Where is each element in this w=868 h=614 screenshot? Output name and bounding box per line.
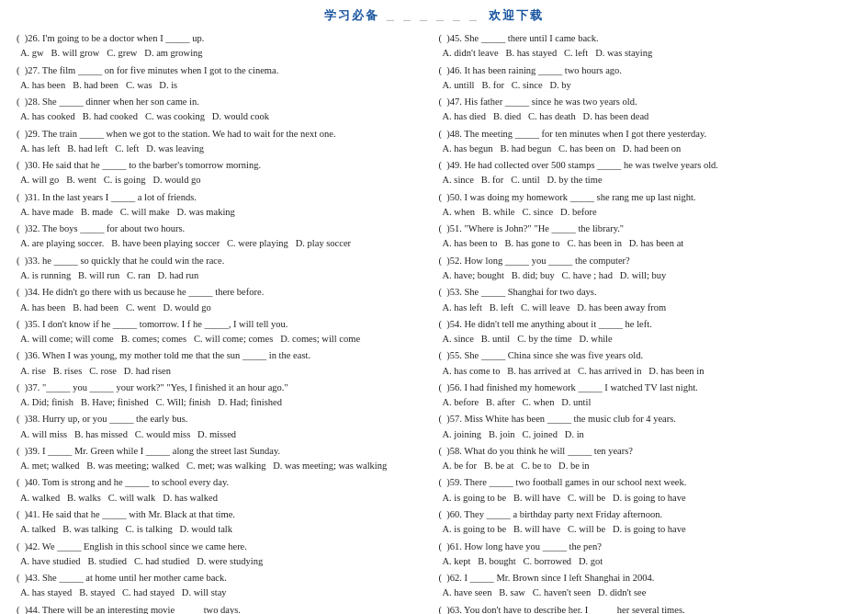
question-options-row1: A. will go B. went C. is going D. would … <box>17 173 430 188</box>
question-block: ( )54. He didn't tell me anything about … <box>439 317 852 347</box>
question-block: ( )29. The train _____ when we got to th… <box>17 127 430 157</box>
question-line: ( )26. I'm going to be a doctor when I _… <box>17 31 430 46</box>
question-line: ( )50. I was doing my homework _____ she… <box>439 190 852 205</box>
question-block: ( )42. We _____ English in this school s… <box>17 540 430 570</box>
question-line: ( )46. It has been raining _____ two hou… <box>439 63 852 78</box>
question-line: ( )62. I _____ Mr. Brown since I left Sh… <box>439 571 852 586</box>
question-block: ( )60. They _____ a birthday party next … <box>439 507 852 538</box>
question-line: ( )60. They _____ a birthday party next … <box>439 507 852 522</box>
question-line: ( )36. When I was young, my mother told … <box>17 348 430 363</box>
question-line: ( )43. She _____ at home until her mothe… <box>17 571 430 586</box>
question-line: ( )49. He had collected over 500 stamps … <box>439 158 852 173</box>
question-line: ( )34. He didn't go there with us becaus… <box>17 285 430 300</box>
question-block: ( )47. His father _____ since he was two… <box>439 95 852 125</box>
question-options-row1: A. is going to be B. will have C. will b… <box>439 491 852 506</box>
question-line: ( )57. Miss White has been _____ the mus… <box>439 412 852 426</box>
question-line: ( )59. There _____ two football games in… <box>439 475 852 490</box>
question-block: ( )34. He didn't go there with us becaus… <box>17 285 430 315</box>
question-line: ( )31. In the last years I _____ a lot o… <box>17 190 430 205</box>
question-block: ( )27. The film _____ on for five minute… <box>17 63 430 94</box>
question-options-row1: A. will miss B. has missed C. would miss… <box>17 427 430 442</box>
question-line: ( )28. She _____ dinner when her son cam… <box>17 95 430 109</box>
question-line: ( )41. He said that he _____ with Mr. Bl… <box>17 507 430 522</box>
question-options-row1: A. is going to be B. will have C. will b… <box>439 522 852 537</box>
question-block: ( )62. I _____ Mr. Brown since I left Sh… <box>439 571 852 601</box>
question-options-row1: A. has cooked B. had cooked C. was cooki… <box>17 109 430 124</box>
question-options-row1: A. has been B. had been C. was D. is <box>17 78 430 93</box>
question-line: ( )56. I had finished my homework _____ … <box>439 381 852 395</box>
main-content: ( )26. I'm going to be a doctor when I _… <box>17 31 851 614</box>
question-options-row1: A. gw B. will grow C. grew D. am growing <box>17 46 430 61</box>
question-options-row1: A. walked B. walks C. will walk D. has w… <box>17 491 430 506</box>
question-block: ( )36. When I was young, my mother told … <box>17 348 430 379</box>
question-line: ( )45. She _____ there until I came back… <box>439 31 852 46</box>
question-options-row1: A. didn't leave B. has stayed C. left D.… <box>439 46 852 61</box>
question-block: ( )55. She _____ China since she was fiv… <box>439 348 852 379</box>
question-line: ( )55. She _____ China since she was fiv… <box>439 348 852 363</box>
question-options-row1: A. will come; will come B. comes; comes … <box>17 332 430 347</box>
question-line: ( )61. How long have you _____ the pen? <box>439 540 852 554</box>
question-block: ( )35. I don't know if he _____ tomorrow… <box>17 317 430 347</box>
right-column: ( )45. She _____ there until I came back… <box>439 31 852 614</box>
question-options-row1: A. have; bought B. did; buy C. have ; ha… <box>439 268 852 283</box>
question-options-row1: A. Did; finish B. Have; finished C. Will… <box>17 395 430 410</box>
question-options-row1: A. since B. for C. until D. by the time <box>439 173 852 188</box>
question-block: ( )56. I had finished my homework _____ … <box>439 381 852 411</box>
question-line: ( )29. The train _____ when we got to th… <box>17 127 430 142</box>
question-block: ( )48. The meeting _____ for ten minutes… <box>439 127 852 157</box>
question-options-row1: A. met; walked B. was meeting; walked C.… <box>17 459 430 473</box>
question-options-row1: A. has left B. had left C. left D. was l… <box>17 142 430 156</box>
question-options-row1: A. before B. after C. when D. until <box>439 395 852 410</box>
question-options-row1: A. when B. while C. since D. before <box>439 205 852 220</box>
question-options-row1: A. has been B. had been C. went D. would… <box>17 301 430 315</box>
question-options-row1: A. has come to B. has arrived at C. has … <box>439 364 852 379</box>
question-block: ( )58. What do you think he will _____ t… <box>439 444 852 474</box>
left-column: ( )26. I'm going to be a doctor when I _… <box>17 31 430 614</box>
question-line: ( )44. There will be an interesting movi… <box>17 603 430 614</box>
question-line: ( )40. Tom is strong and he _____ to sch… <box>17 475 430 490</box>
question-options-row1: A. have made B. made C. will make D. was… <box>17 205 430 220</box>
question-options-row1: A. are playing soccer. B. have been play… <box>17 236 430 251</box>
question-block: ( )38. Hurry up, or you _____ the early … <box>17 412 430 442</box>
question-line: ( )54. He didn't tell me anything about … <box>439 317 852 332</box>
question-options-row1: A. has left B. left C. will leave D. has… <box>439 301 852 315</box>
question-block: ( )30. He said that he _____ to the barb… <box>17 158 430 188</box>
question-block: ( )37. "_____ you _____ your work?" "Yes… <box>17 381 430 411</box>
question-line: ( )42. We _____ English in this school s… <box>17 540 430 554</box>
question-options-row1: A. has begun B. had begun C. has been on… <box>439 142 852 156</box>
question-line: ( )53. She _____ Shanghai for two days. <box>439 285 852 300</box>
question-line: ( )48. The meeting _____ for ten minutes… <box>439 127 852 142</box>
question-block: ( )26. I'm going to be a doctor when I _… <box>17 31 430 62</box>
question-options-row1: A. rise B. rises C. rose D. had risen <box>17 364 430 379</box>
question-line: ( )27. The film _____ on for five minute… <box>17 63 430 78</box>
question-block: ( )49. He had collected over 500 stamps … <box>439 158 852 188</box>
question-options-row1: A. kept B. bought C. borrowed D. got <box>439 554 852 569</box>
question-block: ( )61. How long have you _____ the pen?A… <box>439 540 852 570</box>
question-options-row1: A. have studied B. studied C. had studie… <box>17 554 430 569</box>
question-line: ( )58. What do you think he will _____ t… <box>439 444 852 459</box>
question-block: ( )31. In the last years I _____ a lot o… <box>17 190 430 221</box>
question-block: ( )63. You don't have to describe her. I… <box>439 603 852 614</box>
question-options-row1: A. is running B. will run C. ran D. had … <box>17 268 430 283</box>
question-block: ( )44. There will be an interesting movi… <box>17 603 430 614</box>
question-line: ( )51. "Where is John?" "He _____ the li… <box>439 222 852 236</box>
question-block: ( )52. How long _____ you _____ the comp… <box>439 254 852 284</box>
question-line: ( )38. Hurry up, or you _____ the early … <box>17 412 430 426</box>
question-options-row1: A. have seen B. saw C. haven't seen D. d… <box>439 586 852 600</box>
question-options-row1: A. since B. until C. by the time D. whil… <box>439 332 852 347</box>
question-block: ( )50. I was doing my homework _____ she… <box>439 190 852 221</box>
question-block: ( )43. She _____ at home until her mothe… <box>17 571 430 601</box>
question-block: ( )39. I _____ Mr. Green while I _____ a… <box>17 444 430 474</box>
question-line: ( )52. How long _____ you _____ the comp… <box>439 254 852 268</box>
page-title: 学习必备 ＿＿＿＿＿＿ 欢迎下载 <box>17 7 851 24</box>
question-options-row1: A. be for B. be at C. be to D. be in <box>439 459 852 473</box>
question-line: ( )39. I _____ Mr. Green while I _____ a… <box>17 444 430 459</box>
question-block: ( )33. he _____ so quickly that he could… <box>17 254 430 284</box>
question-options-row1: A. talked B. was talking C. is talking D… <box>17 522 430 537</box>
question-block: ( )51. "Where is John?" "He _____ the li… <box>439 222 852 252</box>
question-line: ( )32. The boys _____ for about two hour… <box>17 222 430 236</box>
question-line: ( )47. His father _____ since he was two… <box>439 95 852 109</box>
question-options-row1: A. has died B. died C. has death D. has … <box>439 109 852 124</box>
question-block: ( )46. It has been raining _____ two hou… <box>439 63 852 94</box>
question-block: ( )41. He said that he _____ with Mr. Bl… <box>17 507 430 538</box>
